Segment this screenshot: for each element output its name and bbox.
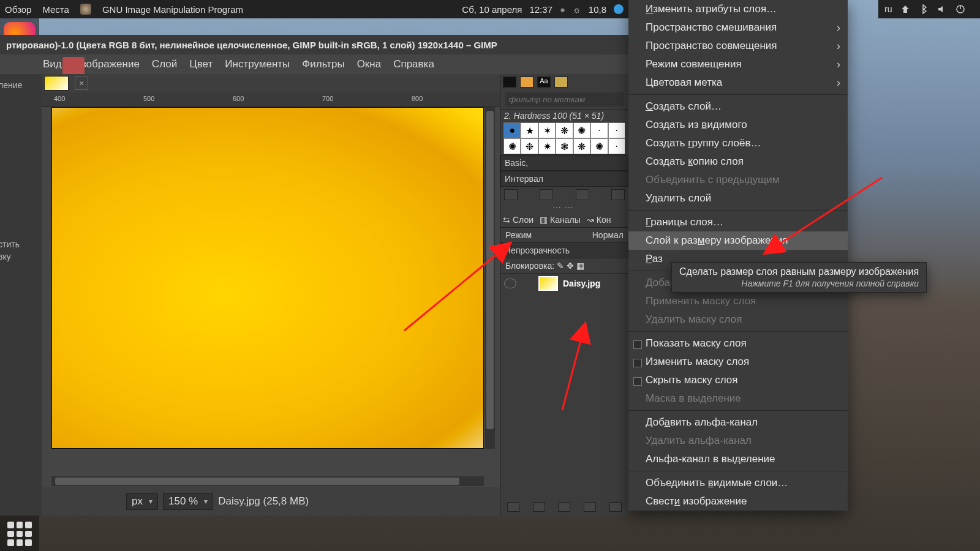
menu-item[interactable]: Объединить видимые слои… bbox=[628, 474, 848, 492]
gimp-window: ртировано)-1.0 (Цвета RGB 8 бит, нелиней… bbox=[0, 35, 628, 515]
tooltip: Сделать размер слоя равным размеру изобр… bbox=[671, 262, 927, 293]
tab-close-icon[interactable]: × bbox=[75, 77, 88, 90]
brush-filter-input[interactable] bbox=[505, 92, 624, 107]
dock-grip[interactable]: ⋯⋯ bbox=[500, 203, 628, 212]
gimp-icon bbox=[80, 4, 91, 15]
lock-alpha-icon[interactable]: ▦ bbox=[576, 261, 584, 271]
power-icon[interactable] bbox=[956, 4, 965, 14]
tab-fonts-icon[interactable]: Aa bbox=[537, 77, 551, 88]
dock-apps-grid[interactable] bbox=[7, 522, 32, 546]
menu-item[interactable]: Пространство смешивания bbox=[628, 18, 848, 37]
layer-mode-value[interactable]: Нормал bbox=[592, 230, 624, 240]
tab-paths[interactable]: ↝ Кон bbox=[587, 215, 611, 225]
layer-context-menu[interactable]: Изменить атрибуты слоя…Пространство смеш… bbox=[628, 0, 848, 511]
statusbar: px 150 % Daisy.jpg (25,8 MB) bbox=[42, 487, 500, 515]
gimp-titlebar[interactable]: ртировано)-1.0 (Цвета RGB 8 бит, нелиней… bbox=[0, 35, 628, 54]
leftstrip-text3: вку bbox=[0, 252, 11, 261]
menu-item[interactable]: Добавить альфа-канал bbox=[628, 413, 848, 432]
layer-row[interactable]: Daisy.jpg bbox=[500, 274, 628, 293]
menu-item[interactable]: Альфа-канал в выделение bbox=[628, 450, 848, 468]
layer-lock-row: Блокировка: ✎ ✥ ▦ bbox=[500, 258, 628, 274]
ruler-mark: 800 bbox=[412, 95, 423, 102]
bluetooth-icon[interactable] bbox=[919, 4, 929, 14]
menu-item[interactable]: Создать группу слоёв… bbox=[628, 134, 848, 152]
menu-item[interactable]: Показать маску слоя bbox=[628, 334, 848, 353]
menu-layer[interactable]: Слой bbox=[152, 58, 177, 70]
layer-name[interactable]: Daisy.jpg bbox=[563, 279, 600, 288]
qbit-icon[interactable] bbox=[614, 4, 624, 14]
layer-up-icon[interactable] bbox=[558, 502, 570, 512]
eye-icon[interactable] bbox=[504, 279, 516, 288]
unit-select[interactable]: px bbox=[126, 493, 158, 510]
brush-dup-icon[interactable] bbox=[576, 189, 589, 200]
zoom-select[interactable]: 150 % bbox=[163, 493, 213, 510]
canvas-image[interactable] bbox=[51, 107, 484, 449]
ruler-mark: 600 bbox=[233, 95, 244, 102]
menu-item[interactable]: Создать из видимого bbox=[628, 116, 848, 134]
panel-time: 12:37 bbox=[529, 4, 552, 15]
layer-opacity[interactable]: Непрозрачность bbox=[500, 242, 628, 258]
brush-grid[interactable]: ●★✶❋✺·· ✺❉✷❃❋✺· bbox=[503, 122, 626, 155]
image-tab-thumb[interactable] bbox=[44, 76, 69, 91]
menu-item[interactable]: Создать слой… bbox=[628, 97, 848, 116]
tab-history-icon[interactable] bbox=[554, 77, 568, 88]
layer-down-icon[interactable] bbox=[584, 502, 596, 512]
menu-color[interactable]: Цвет bbox=[189, 58, 213, 70]
tab-layers[interactable]: ⇆ Слои bbox=[503, 215, 533, 225]
panel-overview[interactable]: Обзор bbox=[5, 4, 31, 15]
panel-lang[interactable]: ru bbox=[884, 4, 892, 14]
dock-tabstrip[interactable]: Aa bbox=[500, 74, 628, 90]
panel-places[interactable]: Места bbox=[42, 4, 69, 15]
layer-group-icon[interactable] bbox=[533, 502, 545, 512]
menu-item[interactable]: Свести изображение bbox=[628, 492, 848, 511]
menu-tools[interactable]: Инструменты bbox=[225, 58, 290, 70]
menu-item[interactable]: Скрыть маску слоя bbox=[628, 371, 848, 389]
menu-item: Удалить маску слоя bbox=[628, 310, 848, 329]
menu-item[interactable]: Пространство совмещения bbox=[628, 37, 848, 55]
menu-item: Маска в выделение bbox=[628, 389, 848, 408]
menu-item: Объединить с предыдущим bbox=[628, 171, 848, 189]
brush-new-icon[interactable] bbox=[540, 189, 553, 200]
tab-patterns-icon[interactable] bbox=[503, 77, 516, 88]
menu-item[interactable]: Границы слоя… bbox=[628, 213, 848, 231]
canvas-area[interactable] bbox=[42, 107, 500, 467]
layer-thumb[interactable] bbox=[538, 276, 558, 291]
leftstrip-text2: стить bbox=[0, 239, 20, 249]
brush-interval[interactable]: Интервал bbox=[500, 171, 628, 187]
tab-brushes-icon[interactable] bbox=[520, 77, 533, 88]
brush-del-icon[interactable] bbox=[611, 189, 625, 200]
tab-channels[interactable]: ▥ Каналы bbox=[540, 215, 581, 225]
menu-item[interactable]: Режим совмещения bbox=[628, 55, 848, 73]
volume-icon[interactable] bbox=[937, 4, 947, 14]
menu-item[interactable]: Изменить маску слоя bbox=[628, 353, 848, 371]
menu-item[interactable]: Изменить атрибуты слоя… bbox=[628, 0, 848, 18]
ruler-mark: 700 bbox=[322, 95, 333, 102]
lock-paint-icon[interactable]: ✎ bbox=[557, 261, 567, 271]
brush-edit-icon[interactable] bbox=[504, 189, 518, 200]
image-tabbar: × bbox=[42, 74, 500, 92]
layer-new-icon[interactable] bbox=[507, 502, 519, 512]
tooltip-hint: Нажмите F1 для получения полной справки bbox=[679, 279, 919, 288]
layer-dup-icon[interactable] bbox=[609, 502, 622, 512]
scrollbar-horizontal[interactable] bbox=[51, 476, 484, 486]
network-icon[interactable] bbox=[900, 4, 910, 14]
gimp-left-strip: ление стить вку bbox=[0, 74, 42, 515]
menu-windows[interactable]: Окна bbox=[357, 58, 382, 70]
weather-icon: ☼ bbox=[573, 4, 581, 15]
tooltip-title: Сделать размер слоя равным размеру изобр… bbox=[679, 266, 919, 277]
menu-view[interactable]: Вид bbox=[43, 58, 62, 70]
right-dock: Aa 2. Hardness 100 (51 × 51) ●★✶❋✺·· ✺❉✷… bbox=[500, 74, 628, 515]
menu-item[interactable]: Слой к размеру изображения bbox=[628, 231, 848, 250]
menu-item[interactable]: Цветовая метка bbox=[628, 73, 848, 92]
scrollbar-vertical[interactable] bbox=[485, 107, 495, 449]
menu-item: Применить маску слоя bbox=[628, 292, 848, 310]
layers-toolbar bbox=[500, 502, 628, 512]
layer-mode-label: Режим bbox=[505, 230, 532, 240]
gimp-menubar[interactable]: Вид Изображение Слой Цвет Инструменты Фи… bbox=[0, 54, 628, 74]
brush-basic[interactable]: Basic, bbox=[500, 155, 628, 171]
lock-move-icon[interactable]: ✥ bbox=[567, 261, 576, 271]
menu-item[interactable]: Создать копию слоя bbox=[628, 152, 848, 171]
menu-help[interactable]: Справка bbox=[393, 58, 434, 70]
menu-item[interactable]: Удалить слой bbox=[628, 189, 848, 208]
menu-filters[interactable]: Фильтры bbox=[302, 58, 344, 70]
